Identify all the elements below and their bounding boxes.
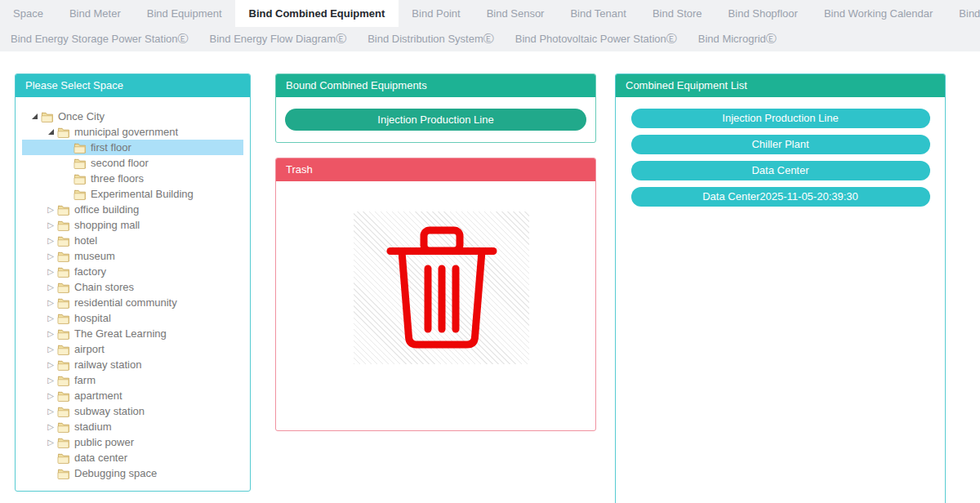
equipment-item-chiller-plant[interactable]: Chiller Plant (631, 135, 930, 154)
tree-node-label: hotel (74, 234, 97, 247)
bound-equipment-injection-production-line[interactable]: Injection Production Line (285, 109, 586, 131)
tree-collapse-icon[interactable]: ▷ (47, 268, 54, 276)
tree-node-factory[interactable]: ▷ factory (22, 264, 243, 279)
tree-node-shopping-mall[interactable]: ▷ shopping mall (22, 217, 243, 233)
space-panel-title: Please Select Space (16, 74, 250, 97)
tree-expand-icon[interactable] (32, 114, 38, 119)
tree-node-label: museum (74, 250, 115, 262)
tree-node-data-center[interactable]: data center (22, 450, 243, 465)
tab-bind-energy-storage-power-station[interactable]: Bind Energy Storage Power StationⒺ (0, 27, 199, 51)
tree-node-second-floor[interactable]: second floor (22, 155, 243, 171)
folder-icon (57, 437, 69, 448)
tree-arrow-slot (61, 142, 73, 154)
tree-arrow-slot: ▷ (45, 359, 56, 371)
tab-space[interactable]: Space (0, 0, 56, 27)
tree-collapse-icon[interactable]: ▷ (47, 330, 54, 338)
tree-node-museum[interactable]: ▷ museum (22, 248, 243, 264)
tree-node-label: hospital (74, 312, 111, 324)
tree-node-three-floors[interactable]: three floors (22, 171, 243, 186)
folder-icon (57, 127, 69, 138)
trash-icon (384, 226, 500, 350)
tab-bind-combined-equipment[interactable]: Bind Combined Equipment (235, 0, 399, 27)
tree-node-hospital[interactable]: ▷ hospital (22, 310, 243, 326)
tree-collapse-icon[interactable]: ▷ (47, 252, 54, 260)
tree-collapse-icon[interactable]: ▷ (47, 299, 54, 307)
folder-icon (57, 344, 69, 355)
tree-node-label: Chain stores (74, 281, 134, 293)
tree-node-experimental-building[interactable]: Experimental Building (22, 186, 243, 202)
tab-bind-working-calendar[interactable]: Bind Working Calendar (811, 0, 946, 27)
tab-bind-command[interactable]: Bind Command Ⓔ (946, 0, 980, 27)
tree-collapse-icon[interactable]: ▷ (47, 407, 54, 416)
equipment-item-data-center2025-11-05-20-39-30[interactable]: Data Center2025-11-05-20:39:30 (631, 187, 930, 207)
tree-collapse-icon[interactable]: ▷ (47, 438, 54, 447)
tree-node-public-power[interactable]: ▷ public power (22, 434, 243, 450)
tree-node-railway-station[interactable]: ▷ railway station (22, 357, 243, 372)
tree-node-farm[interactable]: ▷ farm (22, 372, 243, 388)
folder-icon (57, 251, 69, 262)
bound-equipments-panel: Bound Combined Equipments Injection Prod… (275, 73, 596, 143)
tree-node-once-city[interactable]: Once City (22, 109, 243, 124)
tab-bind-equipment[interactable]: Bind Equipment (134, 0, 235, 27)
tree-node-office-building[interactable]: ▷ office building (22, 202, 243, 217)
tree-collapse-icon[interactable]: ▷ (47, 206, 54, 214)
bound-panel-title: Bound Combined Equipments (276, 74, 595, 97)
tree-node-label: municipal government (74, 126, 178, 138)
tab-bind-microgrid[interactable]: Bind MicrogridⒺ (688, 27, 787, 51)
tree-node-label: airport (74, 343, 105, 355)
tab-bind-photovoltaic-power-station[interactable]: Bind Photovoltaic Power StationⒺ (505, 27, 688, 51)
tree-node-label: railway station (74, 358, 141, 371)
tree-node-residential-community[interactable]: ▷ residential community (22, 295, 243, 310)
equipment-item-injection-production-line[interactable]: Injection Production Line (631, 109, 930, 128)
trash-drop-zone[interactable] (354, 211, 529, 364)
folder-icon (57, 359, 69, 371)
tree-node-first-floor[interactable]: first floor (22, 140, 243, 155)
folder-icon (57, 282, 69, 293)
tree-node-hotel[interactable]: ▷ hotel (22, 233, 243, 248)
tree-arrow-slot: ▷ (45, 251, 56, 262)
tree-node-the-great-learning[interactable]: ▷ The Great Learning (22, 326, 243, 341)
tab-bind-store[interactable]: Bind Store (639, 0, 715, 27)
tree-collapse-icon[interactable]: ▷ (47, 314, 54, 323)
tree-node-debugging-space[interactable]: Debugging space (22, 465, 243, 481)
tab-bind-point[interactable]: Bind Point (399, 0, 473, 27)
folder-icon (57, 235, 69, 247)
tree-node-municipal-government[interactable]: municipal government (22, 124, 243, 140)
tree-node-label: residential community (74, 296, 177, 309)
tree-collapse-icon[interactable]: ▷ (47, 423, 54, 431)
tree-arrow-slot (29, 111, 40, 122)
folder-icon (57, 406, 69, 417)
folder-icon (57, 313, 69, 324)
tree-node-airport[interactable]: ▷ airport (22, 341, 243, 357)
tree-arrow-slot: ▷ (45, 235, 56, 247)
tree-arrow-slot (45, 127, 56, 138)
tree-collapse-icon[interactable]: ▷ (47, 345, 54, 354)
tab-bind-sensor[interactable]: Bind Sensor (474, 0, 558, 27)
tree-arrow-slot: ▷ (45, 375, 56, 386)
tree-expand-icon[interactable] (48, 129, 54, 135)
trash-body (276, 181, 595, 430)
tab-bind-distribution-system[interactable]: Bind Distribution SystemⒺ (357, 27, 505, 51)
tree-node-stadium[interactable]: ▷ stadium (22, 419, 243, 434)
folder-icon (41, 111, 53, 122)
trash-panel-title: Trash (276, 158, 595, 181)
folder-icon (57, 468, 69, 479)
tree-collapse-icon[interactable]: ▷ (47, 283, 54, 292)
tree-collapse-icon[interactable]: ▷ (47, 361, 54, 369)
tree-arrow-slot: ▷ (45, 313, 56, 324)
tree-collapse-icon[interactable]: ▷ (47, 376, 54, 385)
equipment-item-data-center[interactable]: Data Center (631, 161, 930, 180)
tab-bind-meter[interactable]: Bind Meter (56, 0, 134, 27)
tree-node-subway-station[interactable]: ▷ subway station (22, 403, 243, 419)
tree-collapse-icon[interactable]: ▷ (47, 237, 54, 245)
tab-bind-energy-flow-diagram[interactable]: Bind Energy Flow DiagramⒺ (199, 27, 358, 51)
tree-collapse-icon[interactable]: ▷ (47, 221, 54, 229)
tab-bind-shopfloor[interactable]: Bind Shopfloor (715, 0, 811, 27)
tree-collapse-icon[interactable]: ▷ (47, 392, 54, 400)
tree-node-apartment[interactable]: ▷ apartment (22, 388, 243, 403)
folder-icon (57, 452, 69, 464)
folder-icon (57, 390, 69, 402)
folder-icon (57, 375, 69, 386)
tab-bind-tenant[interactable]: Bind Tenant (557, 0, 639, 27)
tree-node-chain-stores[interactable]: ▷ Chain stores (22, 279, 243, 295)
